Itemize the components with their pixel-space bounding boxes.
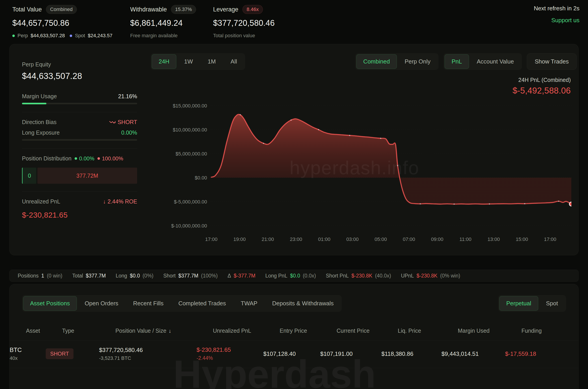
mode-perp-only[interactable]: Perp Only — [398, 54, 438, 69]
row-unrealized-pnl: $-230,821.65 — [196, 346, 263, 353]
svg-text:05:00: 05:00 — [374, 236, 387, 242]
table-row[interactable]: BTC 40x SHORT $377,720,580.46 -3,523.71 … — [10, 341, 578, 368]
perp-dot-icon — [12, 34, 15, 37]
market-spot[interactable]: Spot — [539, 296, 565, 311]
combined-badge: Combined — [46, 5, 77, 14]
svg-text:07:00: 07:00 — [403, 236, 415, 242]
margin-usage-bar — [22, 103, 137, 104]
row-funding: $-17,559.18 — [505, 350, 578, 357]
withdrawable-label: Withdrawable — [130, 6, 167, 13]
tab-recent-fills[interactable]: Recent Fills — [126, 296, 170, 311]
long-exposure-label: Long Exposure — [22, 130, 60, 136]
leverage-stat: Leverage 8.46x $377,720,580.46 Total pos… — [213, 5, 275, 39]
svg-text:21:00: 21:00 — [261, 236, 274, 242]
total-value-label: Total Value — [12, 6, 42, 13]
margin-usage-value: 21.16% — [118, 93, 137, 99]
row-current-price: $107,191.00 — [320, 350, 381, 357]
mode-combined[interactable]: Combined — [356, 54, 397, 69]
header: Total Value Combined $44,657,750.86 Perp… — [0, 0, 588, 44]
time-range-tabs: 24H 1W 1M All — [151, 53, 245, 70]
roe-value: ↓ 2.44% ROE — [103, 198, 137, 205]
tab-completed-trades[interactable]: Completed Trades — [171, 296, 233, 311]
position-value: $377,720,580.46 — [99, 347, 196, 354]
perp-equity-value: $44,633,507.28 — [22, 71, 137, 81]
withdrawable-amount: $6,861,449.24 — [130, 18, 196, 28]
view-toggle: PnL Account Value — [444, 53, 522, 70]
col-position-value[interactable]: Position Value / Size ↓ — [115, 327, 213, 334]
tab-open-orders[interactable]: Open Orders — [78, 296, 125, 311]
sort-desc-icon[interactable]: ↓ — [168, 328, 171, 334]
range-tab-1m[interactable]: 1M — [201, 54, 223, 69]
long-exposure-value: 0.00% — [121, 130, 137, 136]
range-tab-1w[interactable]: 1W — [177, 54, 200, 69]
margin-usage-bar-fill — [22, 103, 46, 104]
tab-asset-positions[interactable]: Asset Positions — [23, 296, 77, 311]
distribution-short-pct: 100.00% — [97, 156, 123, 162]
margin-usage-label: Margin Usage — [22, 93, 57, 99]
svg-text:$0.00: $0.00 — [195, 175, 207, 181]
total-value-stat: Total Value Combined $44,657,750.86 Perp… — [12, 5, 112, 39]
account-sidebar: Perp Equity $44,633,507.28 Margin Usage … — [22, 44, 137, 255]
summary-short-pnl: Short PnL$-230.8K(40.0x) — [326, 273, 391, 279]
summary-positions: Positions1(0 win) — [18, 273, 62, 279]
refresh-countdown: Next refresh in 2s — [534, 5, 580, 12]
summary-total: Total$377.7M — [72, 273, 106, 279]
mode-toggle: Combined Perp Only — [355, 53, 439, 70]
svg-text:17:00: 17:00 — [205, 236, 217, 242]
svg-text:13:00: 13:00 — [487, 236, 500, 242]
withdrawable-pct-badge: 15.37% — [171, 5, 196, 14]
arrow-down-icon: ↓ — [103, 198, 106, 205]
spot-value: $24,243.57 — [88, 33, 112, 39]
row-unrealized-pnl-pct: -2.44% — [196, 355, 263, 361]
chart-pnl-value: $-5,492,588.06 — [151, 86, 571, 96]
svg-text:$10,000,000.00: $10,000,000.00 — [173, 127, 207, 132]
divider — [22, 191, 137, 192]
position-distribution-bar: 0 377.72M — [22, 167, 137, 184]
total-value-amount: $44,657,750.86 — [12, 18, 112, 28]
market-perpetual[interactable]: Perpetual — [499, 296, 538, 311]
position-type-badge: SHORT — [46, 348, 74, 359]
position-size: -3,523.71 BTC — [99, 355, 196, 361]
show-trades-button[interactable]: Show Trades — [527, 53, 577, 70]
tab-deposits-withdrawals[interactable]: Deposits & Withdrawals — [265, 296, 341, 311]
unrealized-pnl-label: Unrealized PnL — [22, 198, 60, 205]
direction-bias-value: SHORT — [109, 119, 137, 125]
col-current-price: Current Price — [336, 327, 398, 334]
svg-text:23:00: 23:00 — [290, 236, 302, 242]
support-us-link[interactable]: Support us — [534, 17, 580, 24]
overview-card: Perp Equity $44,633,507.28 Margin Usage … — [9, 44, 579, 255]
range-tab-all[interactable]: All — [224, 54, 244, 69]
row-margin-used: $9,443,014.51 — [442, 350, 505, 357]
col-entry-price: Entry Price — [280, 327, 336, 334]
positions-card: Asset Positions Open Orders Recent Fills… — [9, 284, 579, 389]
col-margin-used: Margin Used — [458, 327, 521, 334]
col-unrealized-pnl: Unrealized PnL — [213, 327, 280, 334]
perp-value: $44,633,507.28 — [30, 33, 65, 39]
leverage-badge: 8.46x — [243, 5, 263, 14]
range-tab-24h[interactable]: 24H — [152, 54, 176, 69]
long-dot-icon — [75, 157, 77, 160]
pnl-chart[interactable]: 17:0019:0021:0023:0001:0003:0005:0007:00… — [151, 97, 571, 245]
direction-bias-label: Direction Bias — [22, 119, 56, 125]
distribution-long-pct: 0.00% — [75, 156, 94, 162]
svg-text:03:00: 03:00 — [346, 236, 359, 242]
distribution-long-segment: 0 — [22, 167, 36, 184]
trend-down-icon — [109, 120, 116, 125]
view-pnl[interactable]: PnL — [445, 54, 469, 69]
view-account-value[interactable]: Account Value — [470, 54, 521, 69]
tab-twap[interactable]: TWAP — [234, 296, 264, 311]
long-exposure-bar — [22, 139, 137, 141]
col-funding: Funding — [521, 327, 578, 334]
row-entry-price: $107,128.40 — [263, 350, 320, 357]
svg-text:09:00: 09:00 — [431, 236, 443, 242]
table-header: Asset Type Position Value / Size ↓ Unrea… — [10, 327, 578, 341]
positions-table: Asset Type Position Value / Size ↓ Unrea… — [10, 327, 578, 368]
col-liq-price: Liq. Price — [398, 327, 458, 334]
svg-text:15:00: 15:00 — [516, 236, 528, 242]
summary-long: Long$0.0(0%) — [116, 273, 153, 279]
svg-text:01:00: 01:00 — [318, 236, 330, 242]
perp-equity-label: Perp Equity — [22, 61, 137, 68]
summary-long-pnl: Long PnL$0.0(0.0x) — [265, 273, 316, 279]
pnl-chart-area[interactable]: 17:0019:0021:0023:0001:0003:0005:0007:00… — [151, 97, 577, 245]
svg-text:$-5,000,000.00: $-5,000,000.00 — [174, 199, 207, 205]
